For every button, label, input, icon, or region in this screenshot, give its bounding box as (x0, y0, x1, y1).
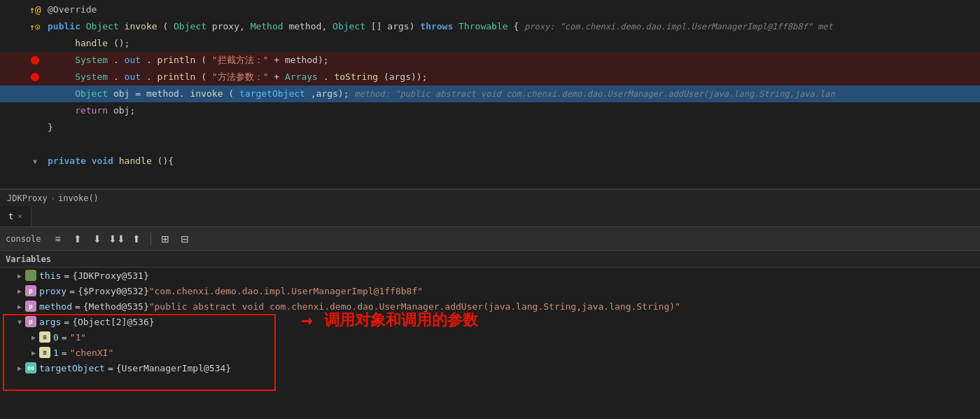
indent7 (48, 105, 69, 116)
line-gutter-1 (0, 1, 28, 18)
breadcrumb-item-2[interactable]: invoke() (58, 193, 99, 203)
throwable-type: Throwable (458, 21, 507, 32)
kw-object2: Object (174, 21, 206, 32)
expand-triangle-args1: ▶ (31, 349, 36, 357)
toolbar-sep1 (150, 233, 151, 245)
line-gutter-9 (0, 136, 28, 153)
toolbar-step-out-btn[interactable]: ⬆ (128, 231, 145, 247)
obj-type6: Object (75, 88, 108, 99)
dot5c: . (323, 71, 329, 82)
code-line-5: System . out . println ( "方法参数：" + Array… (0, 69, 980, 85)
toolbar-resume-btn[interactable]: ⬆ (69, 231, 86, 247)
toolbar-step-into-btn[interactable]: ⬇⬇ (108, 231, 125, 247)
var-badge-proxy: p (25, 285, 36, 296)
var-eq-args0: = (62, 332, 67, 343)
indent6 (48, 88, 69, 99)
expand-triangle-this: ▶ (18, 272, 22, 280)
line-gutter-2 (0, 18, 28, 35)
dot5b: . (146, 71, 152, 82)
var-expand-proxy[interactable]: ▶ (14, 287, 25, 295)
code-line-2: ↑⊙ public Object invoke ( Object proxy, … (0, 18, 980, 35)
var-row-args-0[interactable]: ▶ ≡ 0 = "1" (0, 329, 980, 345)
var-val-proxy1: {$Proxy0@532} (78, 286, 149, 296)
var-val-method2: "public abstract void com.chenxi.demo.da… (149, 301, 680, 312)
variables-label: Variables (6, 254, 51, 264)
paren4: ( (201, 55, 206, 65)
indent4 (48, 55, 69, 65)
toolbar-rerun-btn[interactable]: ≡ (50, 231, 66, 247)
breadcrumb: JDKProxy › invoke() (0, 189, 980, 206)
breakpoint-4 (31, 56, 39, 64)
toolbar-evaluate-btn[interactable]: ⊞ (157, 231, 174, 247)
code-line-6: Object obj = method. invoke ( targetObje… (0, 85, 980, 102)
str4: "拦截方法：" (212, 55, 269, 65)
code-line-10: ▼ private void handle (){ (0, 153, 980, 170)
line-gutter-10 (0, 153, 28, 170)
toolbar-collapse-btn[interactable]: ⊟ (176, 231, 193, 247)
dot5a: . (113, 71, 119, 82)
expand-triangle-proxy: ▶ (18, 287, 22, 295)
var-badge-args0: ≡ (39, 331, 50, 343)
toolbar-step-over-btn[interactable]: ⬇ (89, 231, 106, 247)
code-text-4: System . out . println ( "拦截方法：" + metho… (42, 52, 980, 69)
line-gutter-4 (0, 52, 28, 69)
indent5 (48, 71, 69, 82)
tostring5: toString (334, 71, 378, 82)
line-icon-8 (28, 119, 42, 136)
plus5: + (274, 71, 285, 82)
var-badge-args: p (25, 316, 36, 327)
kw-void10: void (92, 156, 113, 166)
var-row-proxy[interactable]: ▶ p proxy = {$Proxy0@532} "com.chenxi.de… (0, 283, 980, 298)
var-eq-method: = (75, 301, 80, 312)
system4: System (75, 55, 108, 65)
p-proxy: proxy, (212, 21, 251, 32)
var-name-target: targetObject (39, 363, 105, 373)
var-row-args-1[interactable]: ▶ ≡ 1 = "chenXI" (0, 345, 980, 360)
breakpoint-5 (31, 73, 39, 81)
var-val-args1: "chenXI" (70, 348, 114, 358)
var-name-args1: 1 (53, 348, 59, 358)
expand-triangle-target: ▶ (18, 364, 22, 372)
var-row-args[interactable]: ▼ p args = {Object[2]@536} (0, 314, 980, 329)
console-label: console (6, 234, 41, 244)
var-row-targetobject[interactable]: ▶ oo targetObject = {UserManagerImpl@534… (0, 360, 980, 376)
var-expand-target[interactable]: ▶ (14, 364, 25, 372)
code-line-1: ↑@ @Override (0, 1, 980, 18)
var-expand-args1[interactable]: ▶ (28, 349, 39, 357)
params: ( (162, 21, 168, 32)
var-expand-method[interactable]: ▶ (14, 303, 25, 310)
var-eq-target: = (108, 363, 113, 373)
variables-panel[interactable]: ▶ this = {JDKProxy@531} ▶ p proxy = {$Pr… (0, 268, 980, 419)
var-eq-this: = (64, 270, 69, 281)
line-icon-3 (28, 35, 42, 52)
var-expand-args[interactable]: ▼ (14, 318, 25, 326)
line-gutter-5 (0, 69, 28, 85)
var-eq-proxy: = (69, 286, 75, 296)
line-icon-9 (28, 136, 42, 153)
system5: System (75, 71, 108, 82)
var-row-method[interactable]: ▶ p method = {Method@535} "public abstra… (0, 298, 980, 314)
p-args: [] args) (371, 21, 420, 32)
code-line-7: return obj; (0, 102, 980, 119)
debug-hint-2: proxy: "com.chenxi.demo.dao.impl.UserMan… (524, 22, 833, 32)
var-expand-args0[interactable]: ▶ (28, 334, 39, 341)
var-row-this[interactable]: ▶ this = {JDKProxy@531} (0, 268, 980, 283)
breadcrumb-item-1[interactable]: JDKProxy (7, 193, 48, 203)
paren10: (){ (158, 156, 174, 166)
code-line-8: } (0, 119, 980, 136)
args-section: ▼ p args = {Object[2]@536} ▶ ≡ 0 = "1" ▶… (0, 314, 980, 360)
str5: "方法参数：" (212, 71, 269, 82)
invoke6: invoke (190, 88, 223, 99)
code-text-10: private void handle (){ (42, 153, 980, 170)
line-gutter-8 (0, 119, 28, 136)
code-lines: ↑@ @Override ↑⊙ public Object invoke ( O… (0, 0, 980, 171)
code-text-2: public Object invoke ( Object proxy, Met… (42, 18, 980, 35)
debug-tab-close[interactable]: ✕ (18, 212, 22, 221)
expand-triangle-args: ▼ (18, 318, 22, 326)
debug-tab-active[interactable]: t ✕ (0, 206, 31, 226)
code-text-9 (42, 136, 980, 153)
var-expand-this[interactable]: ▶ (14, 272, 25, 280)
line-icon-4 (28, 52, 42, 69)
debug-arrow: ↑@ (29, 4, 41, 15)
current-line-arrow: ↑⊙ (29, 22, 41, 32)
